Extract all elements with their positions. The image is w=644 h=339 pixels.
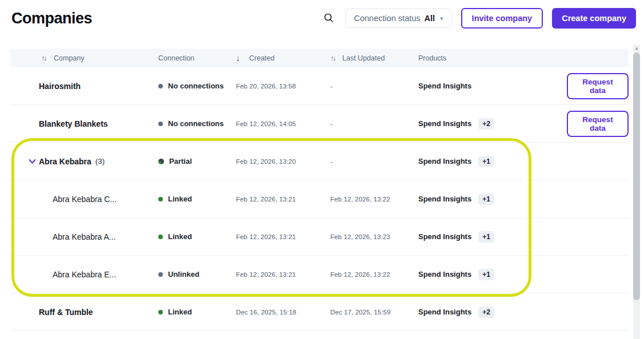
header-company[interactable]: Company bbox=[54, 54, 85, 62]
search-icon bbox=[323, 13, 334, 25]
product-label: Spend Insights bbox=[418, 157, 471, 166]
connection-status: Linked bbox=[168, 232, 192, 241]
product-label: Spend Insights bbox=[418, 270, 471, 279]
search-button[interactable] bbox=[321, 10, 336, 27]
connection-status-filter[interactable]: Connection status All ▾ bbox=[345, 9, 451, 28]
created-date: Feb 12, 2026, 13:20 bbox=[236, 158, 296, 165]
created-date: Dec 16, 2025, 15:18 bbox=[236, 309, 296, 316]
updated-date: - bbox=[330, 120, 333, 127]
created-date: Feb 12, 2026, 13:21 bbox=[236, 196, 296, 203]
table-row[interactable]: Abra Kebabra A... Linked Feb 12, 2026, 1… bbox=[10, 218, 629, 256]
scrollbar-thumb[interactable] bbox=[633, 53, 640, 300]
product-label: Spend Insights bbox=[418, 195, 471, 203]
product-count-badge: +1 bbox=[478, 193, 494, 205]
product-count-badge: +1 bbox=[478, 269, 494, 280]
product-label: Spend Insights bbox=[418, 308, 471, 316]
updated-date: Dec 17, 2025, 15:59 bbox=[330, 309, 390, 316]
filter-value: All bbox=[425, 14, 435, 23]
table-body: Hairosmith No connections Feb 20, 2026, … bbox=[10, 67, 629, 331]
product-count-badge: +2 bbox=[478, 118, 494, 130]
updated-date: Feb 12, 2026, 13:22 bbox=[330, 271, 390, 278]
table-row[interactable]: Ruff & Tumble Linked Dec 16, 2025, 15:18… bbox=[10, 293, 629, 331]
toolbar: Companies Connection status All ▾ Invite… bbox=[0, 0, 644, 30]
filter-label: Connection status bbox=[354, 14, 420, 23]
product-label: Spend Insights bbox=[418, 232, 471, 241]
header-created[interactable]: Created bbox=[249, 54, 274, 62]
company-child-count: (3) bbox=[95, 157, 105, 166]
scrollbar[interactable]: ▲ bbox=[633, 45, 640, 339]
connection-status: No connections bbox=[168, 119, 224, 128]
connection-status: Partial bbox=[169, 157, 192, 166]
table-row[interactable]: Hairosmith No connections Feb 20, 2026, … bbox=[10, 67, 629, 105]
product-count-badge: +1 bbox=[478, 231, 494, 243]
status-dot-icon bbox=[158, 272, 163, 277]
product-count-badge: +2 bbox=[478, 306, 494, 318]
table-row[interactable]: Abra Kebabra C... Linked Feb 12, 2026, 1… bbox=[10, 180, 629, 218]
updated-date: - bbox=[330, 158, 333, 165]
header-products[interactable]: Products bbox=[418, 54, 446, 62]
table-header: ↑↓ Company Connection ↓ Created ↑↓ Last … bbox=[10, 49, 629, 67]
toolbar-controls: Connection status All ▾ Invite company C… bbox=[321, 8, 636, 29]
product-label: Spend Insights bbox=[418, 82, 471, 90]
header-connection[interactable]: Connection bbox=[158, 54, 194, 62]
connection-status: Linked bbox=[168, 308, 192, 316]
product-label: Spend Insights bbox=[418, 119, 471, 128]
company-name: Abra Kebabra A... bbox=[53, 232, 116, 241]
created-date: Feb 20, 2026, 13:58 bbox=[236, 83, 296, 90]
table-row[interactable]: Abra Kebabra E... Unlinked Feb 12, 2026,… bbox=[10, 256, 629, 293]
create-company-button[interactable]: Create company bbox=[552, 8, 636, 29]
connection-status: Unlinked bbox=[168, 270, 199, 279]
chevron-down-icon[interactable] bbox=[29, 159, 36, 164]
updated-date: Feb 12, 2026, 13:23 bbox=[330, 233, 390, 240]
table-row[interactable]: Abra Kebabra (3) Partial Feb 12, 2026, 1… bbox=[10, 143, 629, 180]
request-data-button[interactable]: Request data bbox=[567, 111, 629, 137]
company-name: Hairosmith bbox=[39, 82, 81, 91]
updated-date: - bbox=[330, 83, 333, 90]
sort-desc-icon-created[interactable]: ↓ bbox=[236, 54, 240, 63]
sort-icon-company[interactable]: ↑↓ bbox=[41, 54, 46, 62]
company-name: Blankety Blankets bbox=[39, 119, 108, 128]
company-name: Ruff & Tumble bbox=[39, 308, 93, 317]
invite-company-button[interactable]: Invite company bbox=[461, 8, 543, 29]
updated-date: Feb 12, 2026, 13:22 bbox=[330, 196, 390, 203]
company-name: Abra Kebabra bbox=[39, 157, 91, 166]
scroll-up-arrow-icon[interactable]: ▲ bbox=[633, 46, 640, 51]
status-dot-icon bbox=[158, 122, 163, 126]
status-dot-icon bbox=[158, 310, 163, 314]
header-last-updated[interactable]: Last Updated bbox=[342, 54, 385, 62]
created-date: Feb 12, 2026, 13:21 bbox=[236, 233, 296, 240]
company-name: Abra Kebabra E... bbox=[53, 270, 116, 279]
table-row[interactable]: Blankety Blankets No connections Feb 12,… bbox=[10, 105, 629, 143]
product-count-badge: +1 bbox=[478, 156, 494, 167]
sort-icon-last-updated[interactable]: ↑↓ bbox=[330, 54, 335, 62]
status-dot-icon bbox=[158, 159, 164, 164]
status-dot-icon bbox=[158, 197, 163, 201]
created-date: Feb 12, 2026, 14:05 bbox=[236, 120, 296, 127]
companies-page: Companies Connection status All ▾ Invite… bbox=[0, 0, 644, 339]
connection-status: No connections bbox=[168, 82, 224, 90]
page-title: Companies bbox=[11, 10, 92, 27]
companies-table: ↑↓ Company Connection ↓ Created ↑↓ Last … bbox=[10, 49, 629, 331]
request-data-button[interactable]: Request data bbox=[567, 73, 629, 99]
status-dot-icon bbox=[158, 235, 163, 239]
status-dot-icon bbox=[158, 84, 163, 88]
company-name: Abra Kebabra C... bbox=[53, 195, 117, 204]
connection-status: Linked bbox=[168, 195, 192, 203]
created-date: Feb 12, 2026, 13:21 bbox=[236, 271, 296, 278]
caret-down-icon: ▾ bbox=[440, 15, 443, 22]
